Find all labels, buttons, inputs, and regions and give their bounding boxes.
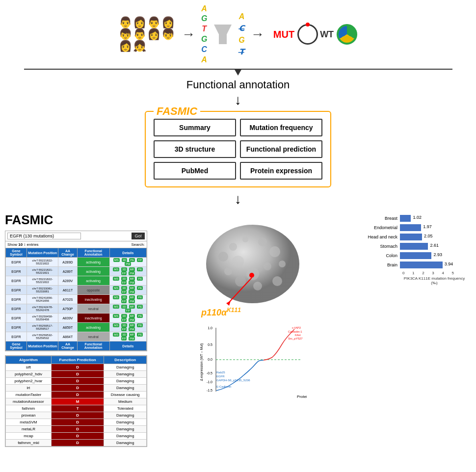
fp-cell-pred: D <box>51 440 104 446</box>
bar-track: 2.61 <box>400 243 469 250</box>
protein-label: p110αK111 <box>201 307 241 318</box>
arrow-right2-icon: → <box>251 26 264 42</box>
fp-cell-algo: fathmm_mkl <box>6 440 52 446</box>
funnel-icon <box>213 22 233 47</box>
table-cell-details: MS 3D MF PE FP PM <box>109 332 146 341</box>
person-icon: 👩 <box>161 17 175 28</box>
table-header-row: Go! <box>5 231 147 241</box>
fp-cell-desc: Damaging <box>104 426 147 433</box>
svg-point-3 <box>242 236 248 242</box>
fp-cell-pred: D <box>51 385 104 392</box>
bar-fill <box>400 215 411 222</box>
expression-chart: 1.0 0.5 0.0 -0.5 -1.0 -1.5 c-IAP2 Caveol… <box>199 325 307 401</box>
svg-point-4 <box>218 252 228 262</box>
fp-cell-desc: Disease causing <box>104 392 147 398</box>
down-arrow2-icon: ↓ <box>235 191 241 207</box>
svg-text:E-Cadherin: E-Cadherin <box>216 385 231 388</box>
fp-cell-algo: metaLR <box>6 426 52 433</box>
table-cell-pos: chr7:55259532-55259532 <box>26 332 58 341</box>
fp-table: Algorithm Function Prediction Descriptio… <box>5 356 147 446</box>
fp-cell-pred: T <box>51 405 104 412</box>
fasmic-item-functional-pred[interactable]: Functional prediction <box>240 140 322 158</box>
bar-track: 1.02 <box>400 215 469 222</box>
fp-cell-desc: Damaging <box>104 364 147 371</box>
table-cell-pos: chr7:55259458-55259458 <box>26 314 58 323</box>
bar-label: Head and neck <box>361 235 400 239</box>
fp-cell-desc: Damaging <box>104 371 147 378</box>
svg-text:-1.0: -1.0 <box>207 380 212 384</box>
wt-label: WT <box>320 29 334 40</box>
horizontal-line <box>24 69 452 70</box>
fp-cell-pred: D <box>51 378 104 385</box>
fp-cell-algo: polyphen2_hdiv <box>6 371 52 378</box>
fp-cell-algo: mutationTaster <box>6 392 52 398</box>
fp-cell-algo: metaSVM <box>6 419 52 426</box>
fasmic-item-summary[interactable]: Summary <box>154 119 236 136</box>
entries-row: Show 10 ↕ entries Search: <box>5 241 147 248</box>
fp-cell-desc: Damaging <box>104 378 147 385</box>
fp-cell-algo: provean <box>6 412 52 419</box>
svg-text:EGFR: EGFR <box>216 375 225 378</box>
table-cell-func: activating <box>77 276 109 286</box>
person-icon: 👨 <box>119 17 132 28</box>
fp-col-algo: Algorithm <box>6 356 52 364</box>
entries-label: Show 10 ↕ entries <box>7 242 39 247</box>
bar-row: Head and neck 2.05 <box>361 234 469 240</box>
mut-wt-section: MUT WT <box>273 24 357 45</box>
table-cell-gene: EGFR <box>6 304 27 314</box>
table-cell-func: neutral <box>77 332 109 341</box>
table-cell-aa: A750P <box>58 304 77 314</box>
table-cell-func: activating <box>77 323 109 332</box>
table-cell-aa: A611T <box>58 286 77 295</box>
table-cell-gene: EGFR <box>6 314 27 323</box>
arrow-right-icon: → <box>182 26 195 42</box>
go-button[interactable]: Go! <box>132 233 145 239</box>
bar-value: 2.05 <box>424 234 476 238</box>
people-icons: 👨 👩 👨 👩 👦 👨 👩 👦 👩 👧 <box>119 17 178 52</box>
svg-point-7 <box>269 246 280 257</box>
fasmic-item-pubmed[interactable]: PubMed <box>154 162 236 180</box>
svg-point-13 <box>224 267 232 275</box>
person-icon: 👦 <box>161 29 175 40</box>
data-table: Gene Symbol Mutation Position AA Change … <box>5 248 147 351</box>
bar-value: 2.61 <box>430 243 476 248</box>
fp-cell-desc: Damaging <box>104 433 147 440</box>
person-icon: 👩 <box>119 41 132 52</box>
mut-circle <box>297 24 318 45</box>
table-cell-pos: chr7:55241656-55241656 <box>26 295 58 304</box>
table-cell-aa: A289D <box>58 258 77 267</box>
fp-cell-algo: mutationAssessor <box>6 398 52 405</box>
fp-cell-pred: D <box>51 419 104 426</box>
table-cell-details: MS 3D MF PE FP PM <box>109 276 146 286</box>
table-cell-aa: A289V <box>58 276 77 286</box>
bar-value: 3.94 <box>445 262 476 266</box>
x-axis: 012345 <box>361 271 469 275</box>
col-func-annotation: Functional Annotation <box>77 248 109 258</box>
dna-base-c: C <box>201 45 207 55</box>
bar-fill <box>400 262 443 268</box>
gene-input[interactable] <box>7 233 81 239</box>
table-cell-pos: chr7:55242478-55242478 <box>26 304 58 314</box>
table-cell-gene: EGFR <box>6 332 27 341</box>
bar-row: Endometrial 1.97 <box>361 224 469 231</box>
table-cell-pos: chr7:55221822-55221822 <box>26 258 58 267</box>
fasmic-item-3d-structure[interactable]: 3D structure <box>154 140 236 158</box>
right-panel: Breast 1.02 Endometrial 1.97 Head and ne… <box>358 212 471 447</box>
fp-cell-pred: D <box>51 371 104 378</box>
dna-base-t-filt: T̶ <box>239 46 244 58</box>
bar-value: 2.93 <box>433 252 476 257</box>
table-cell-func: inactivating <box>77 295 109 304</box>
dna-base-a: A <box>201 4 207 14</box>
table-cell-gene: EGFR <box>6 286 27 295</box>
bar-track: 2.93 <box>400 252 469 259</box>
fasmic-item-mutation-freq[interactable]: Mutation frequency <box>240 119 322 136</box>
svg-text:1.0: 1.0 <box>208 326 212 330</box>
svg-text:Src_pY527: Src_pY527 <box>288 337 303 340</box>
fp-cell-pred: D <box>51 433 104 440</box>
table-cell-aa: A839V <box>58 314 77 323</box>
fasmic-item-protein-expr[interactable]: Protein expression <box>240 162 322 180</box>
table-cell-details: MS 3D MF PE FP PM <box>109 286 146 295</box>
fp-cell-algo: sift <box>6 364 52 371</box>
table-cell-details: MS 3D MF PE FP <box>109 304 146 314</box>
table-cell-func: inactivating <box>77 314 109 323</box>
